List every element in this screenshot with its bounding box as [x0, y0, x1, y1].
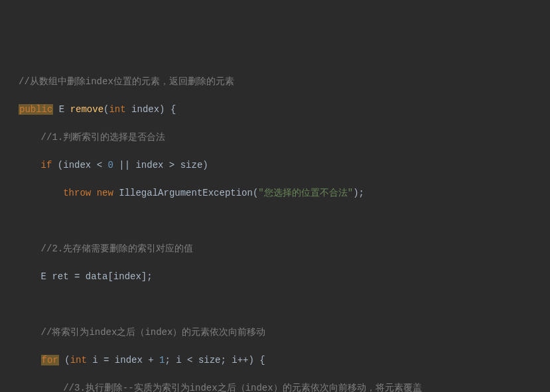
comment: //1.判断索引的选择是否合法 — [41, 132, 166, 143]
method-name: remove — [70, 104, 103, 115]
code-text: || index > size) — [113, 160, 208, 170]
code-text: ( — [59, 355, 70, 365]
comment: //将索引为index之后（index）的元素依次向前移动 — [41, 327, 266, 338]
param: index — [131, 104, 159, 115]
keyword-throw: throw — [63, 188, 91, 198]
code-text: ; i < size; i++) { — [165, 355, 265, 365]
keyword-new: new — [97, 188, 113, 198]
keyword-int: int — [70, 355, 87, 365]
code-text: i = index + — [87, 355, 159, 365]
comment: //2.先存储需要删除的索引对应的值 — [41, 243, 194, 254]
keyword-if: if — [41, 160, 52, 170]
comment: //从数组中删除index位置的元素，返回删除的元素 — [19, 76, 234, 87]
code-text: (index < — [58, 160, 108, 170]
string-literal: "您选择的位置不合法" — [258, 188, 353, 198]
number: 0 — [107, 160, 113, 170]
comment: //3.执行删除--实质为索引为index之后（index）的元素依次向前移动，… — [63, 383, 421, 392]
class-name: IllegalArgumentException — [119, 188, 253, 198]
code-editor[interactable]: //从数组中删除index位置的元素，返回删除的元素 public E remo… — [0, 61, 550, 392]
keyword-for: for — [41, 355, 59, 365]
code-text: E ret = data[index]; — [41, 271, 153, 282]
type: E — [59, 104, 64, 115]
keyword-public: public — [19, 104, 53, 115]
keyword-int: int — [109, 104, 125, 115]
